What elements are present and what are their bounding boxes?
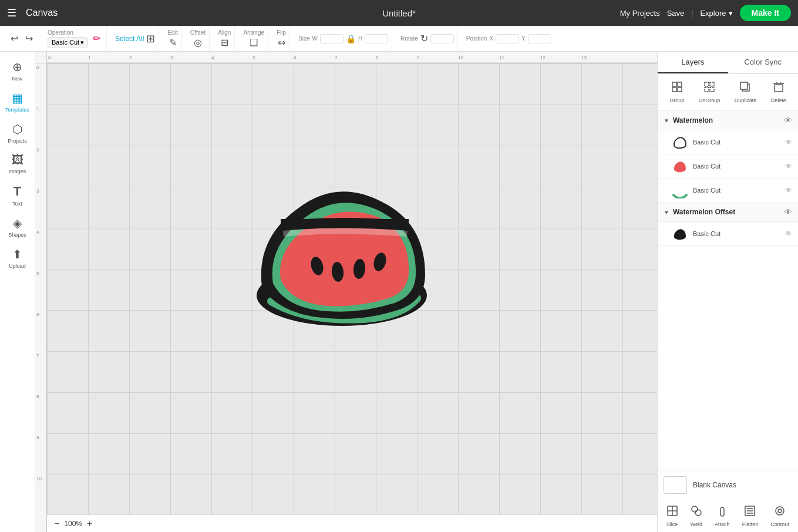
zoom-out-button[interactable]: − — [54, 518, 59, 529]
eye-icon[interactable]: 👁 — [784, 116, 792, 125]
flip-icon[interactable]: ⇔ — [278, 37, 285, 48]
flip-label: Flip — [277, 29, 286, 36]
layer-group-watermelon-offset[interactable]: ▼ Watermelon Offset 👁 — [658, 203, 798, 222]
explore-button[interactable]: Explore ▾ — [700, 9, 732, 18]
rotate-group: Rotate ↻ — [397, 26, 457, 51]
duplicate-button[interactable]: Duplicate — [730, 79, 762, 106]
my-projects-link[interactable]: My Projects — [620, 9, 660, 18]
layer-item-wo-1[interactable]: Basic Cut 👁 — [658, 222, 798, 246]
svg-rect-33 — [672, 82, 676, 86]
ungroup-label: UnGroup — [699, 97, 720, 103]
rotate-label: Rotate — [400, 35, 417, 42]
layer-item-wm-2[interactable]: Basic Cut 👁 — [658, 154, 798, 179]
chevron-down-icon: ▾ — [80, 39, 84, 46]
align-icon[interactable]: ⊟ — [221, 37, 228, 48]
arrange-group: Arrange ❑ — [240, 26, 268, 51]
eye-sm-icon[interactable]: 👁 — [785, 138, 792, 146]
svg-rect-34 — [678, 82, 682, 86]
svg-text:1: 1 — [88, 55, 91, 60]
svg-rect-35 — [672, 87, 676, 92]
operation-label: Operation — [48, 29, 88, 36]
header: ☰ Canvas Untitled* My Projects Save | Ex… — [0, 0, 798, 26]
text-icon: T — [14, 184, 21, 199]
chevron-down-icon: ▼ — [664, 209, 669, 216]
slice-button[interactable]: Slice — [666, 505, 678, 527]
weld-label: Weld — [691, 521, 702, 527]
position-group: Position X Y — [463, 26, 555, 51]
select-all-group: Select All ⊞ — [112, 26, 159, 51]
y-input[interactable] — [528, 34, 551, 43]
layer-name-wm-3: Basic Cut — [693, 187, 780, 194]
redo-button[interactable]: ↪ — [23, 32, 35, 45]
watermelon-image[interactable] — [247, 169, 435, 334]
svg-text:5: 5 — [252, 55, 255, 60]
width-input[interactable] — [320, 34, 344, 43]
arrange-icon[interactable]: ❑ — [250, 37, 258, 48]
edit-pen-button[interactable]: ✏ — [90, 32, 103, 45]
tab-color-sync[interactable]: Color Sync — [728, 52, 799, 73]
contour-button[interactable]: Contour — [770, 505, 789, 527]
sidebar-item-projects[interactable]: ⬡ Projects — [2, 119, 33, 147]
canvas-area[interactable] — [47, 63, 657, 514]
layer-item-wm-1[interactable]: Basic Cut 👁 — [658, 130, 798, 154]
sidebar-item-upload[interactable]: ⬆ Upload — [2, 244, 33, 272]
eye-icon[interactable]: 👁 — [784, 207, 792, 217]
operation-group: Operation Basic Cut ▾ ✏ — [44, 26, 107, 51]
offset-icon[interactable]: ◎ — [194, 37, 202, 48]
eye-sm-icon[interactable]: 👁 — [785, 162, 792, 170]
operation-dropdown[interactable]: Basic Cut ▾ — [48, 37, 88, 48]
edit-group: Edit ✎ — [164, 26, 181, 51]
edit-label: Edit — [167, 29, 177, 36]
rotate-input[interactable] — [430, 34, 454, 43]
zoom-in-button[interactable]: + — [87, 518, 92, 529]
ungroup-button[interactable]: UnGroup — [694, 79, 725, 106]
select-tool-icon[interactable]: ⊞ — [146, 32, 155, 45]
main-layout: ⊕ New ▦ Templates ⬡ Projects 🖼 Images T … — [0, 52, 798, 532]
undo-button[interactable]: ↩ — [8, 32, 21, 45]
bottom-tools: Slice Weld Attach — [658, 500, 798, 532]
svg-text:8: 8 — [36, 394, 39, 399]
svg-text:3: 3 — [36, 188, 39, 194]
sidebar-item-templates[interactable]: ▦ Templates — [2, 87, 33, 116]
layer-thumb-wm-2 — [672, 158, 688, 174]
svg-point-50 — [692, 506, 698, 512]
sidebar-item-images[interactable]: 🖼 Images — [2, 150, 33, 178]
svg-text:1: 1 — [36, 106, 39, 112]
x-label: X — [489, 35, 493, 42]
layer-thumb-wm-1 — [672, 134, 688, 150]
attach-label: Attach — [715, 521, 730, 527]
x-input[interactable] — [496, 34, 519, 43]
sidebar-item-text[interactable]: T Text — [2, 180, 33, 210]
duplicate-icon — [739, 81, 751, 96]
svg-text:0: 0 — [36, 65, 39, 70]
layer-item-wm-3[interactable]: Basic Cut 👁 — [658, 179, 798, 203]
attach-button[interactable]: Attach — [715, 505, 730, 527]
height-input[interactable] — [365, 34, 388, 43]
offset-group: Offset ◎ — [187, 26, 210, 51]
tab-layers[interactable]: Layers — [658, 52, 728, 73]
blank-canvas-row: Blank Canvas — [658, 470, 798, 500]
edit-icon[interactable]: ✎ — [169, 37, 177, 48]
save-button[interactable]: Save — [667, 9, 685, 18]
layer-group-watermelon[interactable]: ▼ Watermelon 👁 — [658, 111, 798, 130]
sidebar: ⊕ New ▦ Templates ⬡ Projects 🖼 Images T … — [0, 52, 35, 532]
sidebar-item-shapes[interactable]: ◈ Shapes — [2, 213, 33, 241]
delete-button[interactable]: Delete — [766, 79, 791, 106]
panel-bottom: Blank Canvas Slice Weld — [658, 470, 798, 532]
panel-toolbar: Group UnGroup Duplicate Delete — [658, 74, 798, 111]
sidebar-item-new[interactable]: ⊕ New — [2, 56, 33, 85]
eye-sm-icon[interactable]: 👁 — [785, 186, 792, 194]
size-label: Size — [298, 35, 309, 42]
make-it-button[interactable]: Make It — [740, 5, 791, 21]
position-label: Position — [466, 35, 487, 42]
flatten-button[interactable]: Flatten — [742, 505, 759, 527]
hamburger-icon[interactable]: ☰ — [7, 6, 16, 19]
svg-text:9: 9 — [417, 55, 420, 60]
header-separator: | — [691, 9, 693, 17]
group-button[interactable]: Group — [665, 79, 689, 106]
select-all-button[interactable]: Select All — [115, 35, 144, 43]
arrange-label: Arrange — [243, 29, 264, 36]
weld-button[interactable]: Weld — [691, 505, 702, 527]
eye-sm-icon[interactable]: 👁 — [785, 230, 792, 238]
upload-icon: ⬆ — [12, 247, 22, 261]
